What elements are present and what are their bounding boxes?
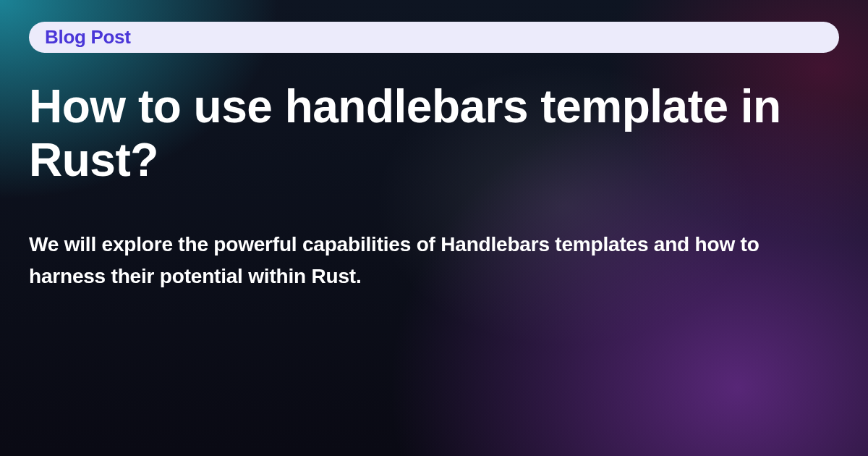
post-title: How to use handlebars template in Rust? [29,80,839,187]
category-badge: Blog Post [29,22,839,53]
content-container: Blog Post How to use handlebars template… [0,0,868,456]
post-description: We will explore the powerful capabilitie… [29,229,839,292]
